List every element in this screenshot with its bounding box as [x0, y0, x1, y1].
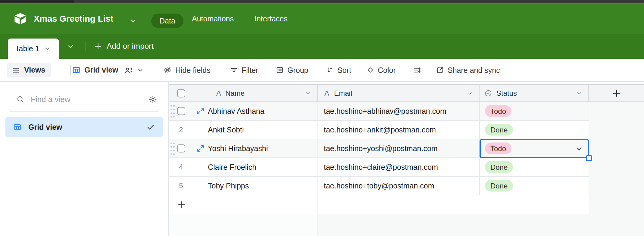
add-or-import-button[interactable]: Add or import — [94, 34, 154, 59]
column-header-status[interactable]: Status — [480, 85, 589, 101]
plus-icon — [94, 42, 102, 50]
row-height-icon — [413, 66, 421, 74]
cell-email[interactable]: tae.hoshino+ankit@postman.com — [324, 126, 436, 134]
menu-icon — [12, 66, 20, 74]
grid-footer-cell — [169, 214, 318, 236]
views-sidebar: Grid view — [0, 82, 169, 236]
find-view-input[interactable] — [31, 95, 142, 104]
column-header-email[interactable]: A Email — [318, 85, 480, 101]
cell-name[interactable]: Ankit Sobti — [208, 126, 244, 134]
status-pill[interactable]: Done — [485, 161, 513, 173]
color-button[interactable]: Color — [366, 66, 396, 74]
table-tab-chevron-down-icon — [44, 45, 50, 52]
column-name-label: Name — [225, 89, 245, 98]
sidebar-view-item-grid-view[interactable]: Grid view — [5, 117, 163, 137]
row-checkbox[interactable] — [177, 107, 185, 115]
column-chevron-down-icon[interactable] — [305, 90, 311, 96]
row-number: 2 — [169, 126, 193, 134]
table-row[interactable]: Abhinav Asthana tae.hoshino+abhinav@post… — [169, 102, 589, 121]
table-row[interactable]: 4 Claire Froelich tae.hoshino+claire@pos… — [169, 158, 589, 177]
sort-button[interactable]: Sort — [326, 66, 351, 74]
cell-email[interactable]: tae.hoshino+yoshi@postman.com — [324, 144, 438, 153]
app-topbar: Xmas Greeting List Data Automations Inte… — [0, 4, 644, 34]
column-header-name[interactable]: A Name — [169, 85, 318, 101]
group-icon — [276, 66, 284, 74]
search-icon — [16, 95, 25, 104]
cell-status[interactable]: Done — [485, 124, 513, 136]
topnav-tab-automations[interactable]: Automations — [192, 4, 234, 34]
base-title-chevron-down-icon[interactable] — [130, 17, 137, 24]
grid-top-strip — [169, 82, 644, 84]
cell-name[interactable]: Toby Phipps — [208, 182, 249, 190]
check-icon — [146, 123, 155, 131]
views-label: Views — [24, 66, 45, 74]
cell-email[interactable]: tae.hoshino+abhinav@postman.com — [324, 107, 446, 116]
column-status-label: Status — [496, 89, 517, 98]
expand-record-icon[interactable] — [196, 144, 205, 153]
single-line-text-field-icon: A — [324, 89, 329, 98]
eye-off-icon — [163, 66, 172, 74]
cell-name[interactable]: Claire Froelich — [208, 163, 256, 172]
share-and-sync-label: Share and sync — [448, 66, 500, 74]
select-all-checkbox[interactable] — [177, 89, 185, 97]
data-grid: A Name A Email Status — [169, 82, 644, 236]
column-chevron-down-icon[interactable] — [576, 90, 582, 96]
row-height-button[interactable] — [413, 66, 421, 74]
cell-email[interactable]: tae.hoshino+toby@postman.com — [324, 182, 434, 190]
plus-icon — [612, 88, 621, 98]
row-number: 5 — [169, 182, 193, 190]
cell-status[interactable]: Todo — [485, 105, 511, 117]
status-pill[interactable]: Done — [485, 180, 513, 192]
add-row-button[interactable] — [169, 195, 589, 214]
hide-fields-button[interactable]: Hide fields — [163, 66, 211, 74]
gear-icon[interactable] — [148, 95, 157, 104]
table-row[interactable]: 5 Toby Phipps tae.hoshino+toby@postman.c… — [169, 177, 589, 195]
airtable-logo-icon[interactable] — [13, 12, 27, 26]
add-field-button[interactable] — [589, 85, 644, 101]
cell-email[interactable]: tae.hoshino+claire@postman.com — [324, 163, 438, 172]
select-option-chevron-down-icon[interactable] — [575, 145, 583, 153]
hide-fields-label: Hide fields — [175, 66, 211, 74]
filter-icon — [230, 66, 238, 74]
tablebar-divider — [86, 41, 86, 51]
cell-status[interactable]: Done — [485, 180, 513, 192]
plus-icon — [177, 200, 186, 210]
cell-name[interactable]: Abhinav Asthana — [208, 107, 264, 116]
toolbar-divider — [70, 65, 71, 76]
table-tab-active[interactable]: Table 1 — [8, 39, 59, 59]
expand-record-icon[interactable] — [196, 107, 205, 115]
group-button[interactable]: Group — [276, 66, 308, 74]
single-line-text-field-icon: A — [216, 89, 221, 98]
topnav-tab-interfaces[interactable]: Interfaces — [255, 4, 288, 34]
drag-handle-icon[interactable] — [170, 104, 175, 118]
filter-button[interactable]: Filter — [230, 66, 258, 74]
selected-cell-outline[interactable] — [480, 139, 589, 158]
grid-view-icon — [13, 123, 21, 131]
cell-name[interactable]: Yoshi Hirabayashi — [208, 144, 268, 153]
table-tab-bar: Table 1 Add or import — [0, 34, 644, 59]
table-tab-label: Table 1 — [15, 44, 39, 53]
group-label: Group — [287, 66, 308, 74]
status-pill[interactable]: Todo — [485, 105, 511, 117]
row-number: 4 — [169, 163, 193, 171]
table-list-chevron-down-icon[interactable] — [65, 41, 76, 52]
find-view-row — [16, 92, 157, 107]
topnav-tab-data[interactable]: Data — [151, 14, 183, 28]
filter-label: Filter — [242, 66, 258, 74]
row-checkbox[interactable] — [177, 144, 185, 153]
external-link-icon — [436, 66, 444, 74]
drag-handle-icon[interactable] — [170, 141, 175, 155]
current-view-button[interactable]: Grid view — [72, 66, 144, 75]
view-toolbar: Views Grid view Hide fields Filter Group — [0, 59, 644, 82]
status-pill[interactable]: Done — [485, 124, 513, 136]
sidebar-view-label: Grid view — [28, 123, 62, 132]
column-border — [317, 195, 318, 214]
views-button[interactable]: Views — [7, 63, 51, 77]
fill-handle[interactable] — [586, 155, 592, 161]
column-chevron-down-icon[interactable] — [467, 90, 473, 96]
cell-status[interactable]: Done — [485, 161, 513, 173]
base-title[interactable]: Xmas Greeting List — [34, 14, 113, 24]
share-and-sync-button[interactable]: Share and sync — [436, 66, 500, 74]
table-row[interactable]: 2 Ankit Sobti tae.hoshino+ankit@postman.… — [169, 121, 589, 139]
current-view-label: Grid view — [84, 66, 118, 74]
